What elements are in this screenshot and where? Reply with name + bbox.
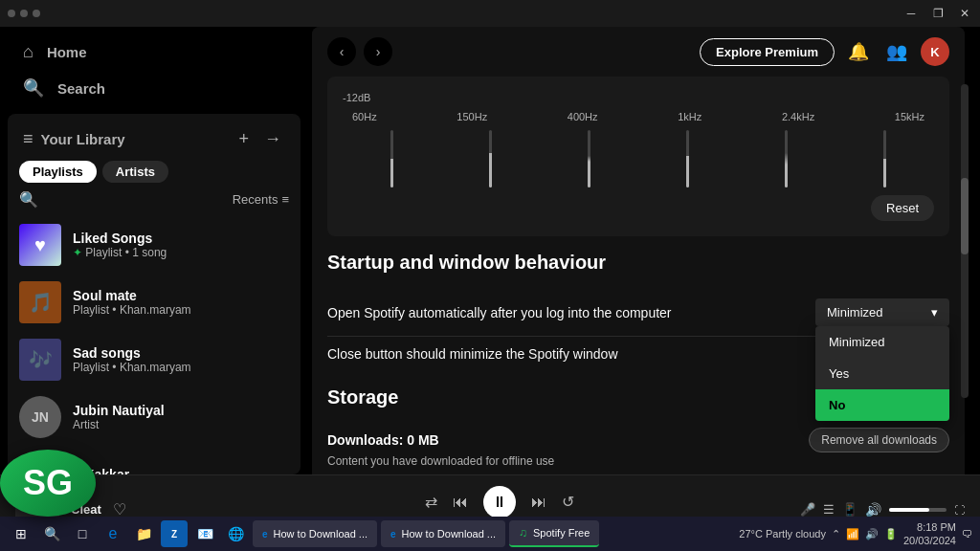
forward-button[interactable]: ›	[364, 37, 392, 66]
eq-bar-15khz[interactable]	[883, 130, 886, 187]
settings-scroll[interactable]: -12dB 60Hz 150Hz 400Hz 1kHz 2.4kHz 15kHz	[312, 77, 965, 474]
eq-bar-2_4khz[interactable]	[785, 130, 788, 187]
recents-sort-icon: ≡	[281, 192, 289, 207]
repeat-button[interactable]: ↺	[562, 493, 574, 511]
eq-bar-150hz[interactable]	[489, 130, 492, 187]
close-button[interactable]: ✕	[957, 6, 972, 21]
tab-artists[interactable]: Artists	[102, 161, 168, 183]
downloads-row-header: Downloads: 0 MB Remove all downloads	[327, 428, 949, 452]
devices-button[interactable]: 📱	[842, 502, 858, 517]
library-add-button[interactable]: +	[234, 125, 253, 153]
home-icon: ⌂	[23, 42, 33, 62]
sidebar-item-search-label: Search	[57, 80, 105, 97]
queue-button[interactable]: ☰	[823, 502, 835, 517]
list-item-sad-songs[interactable]: 🎶 Sad songs Playlist • Khan.maryam	[8, 331, 301, 388]
taskbar-mail-icon[interactable]: 📧	[191, 520, 218, 547]
lyrics-button[interactable]: 🎤	[800, 502, 815, 517]
eq-db-label: -12dB	[343, 92, 934, 103]
taskbar-app-spotify[interactable]: ♫ Spotify Free	[509, 520, 599, 547]
taskbar-up-arrow[interactable]: ⌃	[832, 528, 840, 540]
app-body: ⌂ Home 🔍 Search ≡ Your Library + → Pl	[0, 27, 980, 474]
list-item-jubin[interactable]: JN Jubin Nautiyal Artist	[8, 388, 301, 446]
list-item-soul-mate[interactable]: 🎵 Soul mate Playlist • Khan.maryam	[8, 274, 301, 331]
topbar-nav: ‹ ›	[327, 37, 392, 66]
soul-mate-name: Soul mate	[73, 288, 191, 303]
back-button[interactable]: ‹	[327, 37, 356, 66]
taskbar-search-icon[interactable]: 🔍	[38, 520, 65, 547]
taskbar-notification-icon[interactable]: 🗨	[962, 528, 972, 540]
taskbar-chrome-icon[interactable]: 🌐	[222, 520, 249, 547]
dropdown-option-yes[interactable]: Yes	[815, 358, 949, 389]
eq-bar-60hz[interactable]	[390, 130, 393, 187]
liked-songs-name: Liked Songs	[73, 231, 167, 246]
taskbar-edge-icon[interactable]: e	[100, 520, 126, 547]
taskbar-date-value: 20/03/2024	[903, 534, 956, 547]
library-section: ≡ Your Library + → Playlists Artists 🔍 R…	[8, 114, 301, 474]
sidebar-item-home-label: Home	[47, 44, 87, 60]
soul-mate-thumb: 🎵	[19, 281, 61, 323]
list-item-liked-songs[interactable]: ♥ Liked Songs ✦ Playlist • 1 song	[8, 216, 301, 274]
eq-label-1khz: 1kHz	[678, 111, 702, 122]
sad-songs-info: Sad songs Playlist • Khan.maryam	[73, 345, 191, 374]
remove-all-downloads-button[interactable]: Remove all downloads	[809, 428, 949, 452]
downloads-row: Downloads: 0 MB Remove all downloads Con…	[327, 420, 949, 474]
prev-button[interactable]: ⏮	[453, 494, 468, 511]
sidebar-item-home[interactable]: ⌂ Home	[11, 34, 297, 70]
right-scrollbar[interactable]	[972, 27, 980, 474]
taskbar-speaker-icon[interactable]: 🔊	[865, 528, 879, 540]
dropdown-option-no[interactable]: No	[815, 389, 949, 421]
jubin-info: Jubin Nautiyal Artist	[73, 403, 165, 431]
sg-logo: SG	[0, 450, 96, 517]
volume-bar[interactable]	[889, 508, 947, 512]
windows-start-button[interactable]: ⊞	[8, 520, 34, 547]
scrollbar-track	[961, 84, 969, 398]
user-avatar[interactable]: K	[921, 37, 949, 66]
downloads-label: Downloads: 0 MB	[327, 432, 439, 448]
topbar: ‹ › Explore Premium 🔔 👥 K	[312, 27, 965, 77]
main-content: ‹ › Explore Premium 🔔 👥 K -12dB 60Hz 150…	[312, 27, 965, 474]
equalizer-area: -12dB 60Hz 150Hz 400Hz 1kHz 2.4kHz 15kHz	[327, 77, 949, 236]
minimize-button[interactable]: ─	[903, 6, 919, 21]
taskbar-file-explorer-icon[interactable]: 📁	[130, 520, 157, 547]
library-title: Your Library	[41, 131, 125, 147]
library-search-icon[interactable]: 🔍	[19, 190, 38, 209]
friends-button[interactable]: 👥	[882, 37, 911, 66]
taskbar-app-download-1-label: How to Download ...	[274, 528, 368, 540]
taskbar-app-download-2[interactable]: e How to Download ...	[381, 520, 505, 547]
auto-open-label: Open Spotify automatically after you log…	[327, 305, 672, 320]
tab-playlists[interactable]: Playlists	[19, 161, 97, 183]
downloads-desc: Content you have downloaded for offline …	[327, 454, 949, 468]
library-expand-button[interactable]: →	[260, 125, 285, 153]
taskbar-app-download-1[interactable]: e How to Download ...	[253, 520, 377, 547]
titlebar-controls: ─ ❐ ✕	[903, 6, 972, 21]
eq-bar-1khz[interactable]	[686, 130, 689, 187]
eq-reset-button[interactable]: Reset	[871, 195, 934, 221]
taskbar-right: 27°C Partly cloudy ⌃ 📶 🔊 🔋 8:18 PM 20/03…	[739, 520, 972, 548]
play-pause-button[interactable]: ⏸	[483, 486, 516, 518]
scrollbar-thumb[interactable]	[961, 178, 969, 254]
auto-open-dropdown-value: Minimized	[827, 305, 883, 320]
titlebar-dots	[8, 10, 40, 17]
windows-taskbar: ⊞ 🔍 □ e 📁 Z 📧 🌐 e How to Download ... e …	[0, 517, 980, 551]
next-button[interactable]: ⏭	[531, 494, 546, 511]
liked-songs-info: Liked Songs ✦ Playlist • 1 song	[73, 231, 167, 259]
notifications-button[interactable]: 🔔	[844, 37, 873, 66]
eq-label-150hz: 150Hz	[457, 111, 487, 122]
fullscreen-button[interactable]: ⛶	[954, 504, 965, 516]
titlebar-dot-3	[33, 10, 40, 17]
eq-label-400hz: 400Hz	[568, 111, 598, 122]
library-recents[interactable]: Recents ≡	[233, 192, 289, 207]
sidebar-item-search[interactable]: 🔍 Search	[11, 70, 297, 106]
taskbar-zoom-icon[interactable]: Z	[161, 520, 188, 547]
auto-open-dropdown-button[interactable]: Minimized ▾	[815, 298, 949, 326]
eq-bar-400hz[interactable]	[588, 130, 590, 187]
volume-icon[interactable]: 🔊	[865, 502, 881, 518]
explore-premium-button[interactable]: Explore Premium	[700, 38, 835, 66]
taskbar-task-view-icon[interactable]: □	[69, 520, 96, 547]
jubin-thumb: JN	[19, 396, 61, 438]
auto-open-dropdown-menu: Minimized Yes No	[815, 326, 949, 421]
maximize-button[interactable]: ❐	[930, 6, 946, 21]
library-title-row: ≡ Your Library	[23, 129, 125, 149]
dropdown-option-minimized[interactable]: Minimized	[815, 326, 949, 358]
shuffle-button[interactable]: ⇄	[425, 493, 437, 511]
